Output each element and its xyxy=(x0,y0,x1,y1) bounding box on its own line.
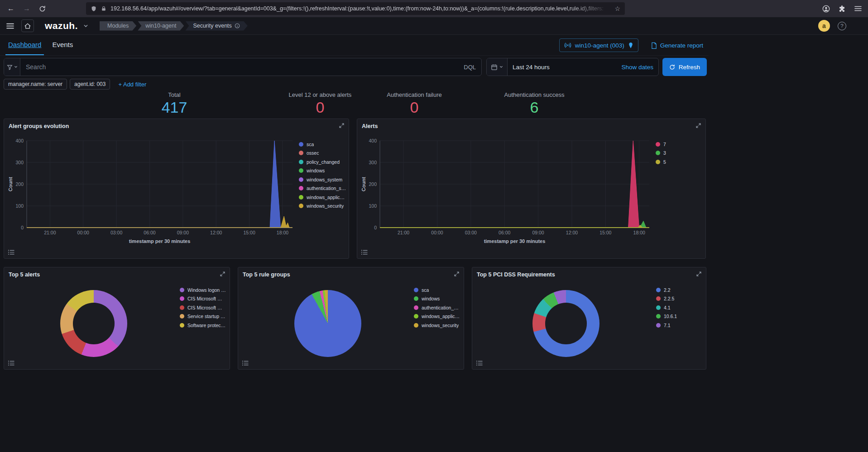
expand-icon[interactable] xyxy=(695,123,701,128)
legend-item[interactable]: authentication_succ… xyxy=(414,305,460,310)
legend-item[interactable]: 7.1 xyxy=(656,323,702,328)
svg-text:0: 0 xyxy=(374,225,377,230)
browser-menu-icon[interactable] xyxy=(854,5,862,12)
legend-item[interactable]: Software protection… xyxy=(180,323,226,328)
search-input[interactable] xyxy=(20,58,458,76)
breadcrumb-win10-agent[interactable]: win10-agent xyxy=(138,21,184,31)
forward-icon[interactable]: → xyxy=(23,5,30,12)
legend-item[interactable]: windows_application xyxy=(414,314,460,319)
pin-icon[interactable] xyxy=(628,42,633,49)
legend-item[interactable]: 3 xyxy=(656,151,704,156)
inspect-table-icon[interactable] xyxy=(7,249,15,256)
expand-icon[interactable] xyxy=(696,271,702,277)
filter-pill[interactable]: agent.id: 003 xyxy=(70,79,110,90)
expand-icon[interactable] xyxy=(454,271,460,277)
legend-item[interactable]: 7 xyxy=(656,142,704,147)
chart-area: 010020030040021:0000:0003:0006:0009:0012… xyxy=(359,134,704,246)
legend-label: windows xyxy=(307,168,325,173)
add-filter-link[interactable]: + Add filter xyxy=(118,81,146,88)
generate-report-button[interactable]: Generate report xyxy=(651,42,703,49)
expand-icon[interactable] xyxy=(220,271,225,277)
legend-item[interactable]: windows xyxy=(414,296,460,301)
legend-label: Windows logon suc… xyxy=(187,287,226,293)
refresh-button[interactable]: Refresh xyxy=(662,58,707,76)
home-button[interactable] xyxy=(21,19,34,32)
stat-value: 0 xyxy=(289,100,352,116)
stat-value: 0 xyxy=(387,100,441,116)
date-picker: Last 24 hours Show dates xyxy=(486,58,659,76)
legend-item[interactable]: sca xyxy=(299,142,347,147)
legend-item[interactable]: windows_security xyxy=(414,323,460,328)
tab-dashboard[interactable]: Dashboard xyxy=(5,35,44,55)
chart-legend: scaossecpolicy_changedwindowswindows_sys… xyxy=(296,134,347,246)
svg-text:09:00: 09:00 xyxy=(532,230,544,235)
time-range-label: Last 24 hours xyxy=(513,64,550,71)
saved-query-button[interactable] xyxy=(4,58,20,76)
filter-pill[interactable]: manager.name: server xyxy=(4,79,67,90)
legend-item[interactable]: CIS Microsoft Wind… xyxy=(180,296,226,301)
svg-text:18:00: 18:00 xyxy=(277,230,288,235)
chart-legend: scawindowsauthentication_succ…windows_ap… xyxy=(414,281,460,366)
legend-item[interactable]: 10.6.1 xyxy=(656,314,702,319)
legend-item[interactable]: windows_application xyxy=(299,195,347,200)
legend-label: authentication_succ… xyxy=(422,305,460,310)
reload-icon[interactable] xyxy=(39,5,46,12)
help-icon[interactable]: ? xyxy=(838,22,846,30)
legend-item[interactable]: windows_security xyxy=(299,204,347,209)
legend-item[interactable]: 2.2 xyxy=(656,287,702,292)
calendar-button[interactable] xyxy=(487,58,508,76)
expand-icon[interactable] xyxy=(339,123,345,128)
donut-chart[interactable] xyxy=(532,290,599,357)
inspect-table-icon[interactable] xyxy=(7,360,15,366)
account-icon[interactable] xyxy=(822,5,830,13)
back-icon[interactable]: ← xyxy=(7,5,14,12)
breadcrumb-security-events[interactable]: Security events xyxy=(185,21,247,31)
legend-item[interactable]: Windows logon suc… xyxy=(180,287,226,292)
legend-item[interactable]: windows_system xyxy=(299,177,347,182)
legend-item[interactable]: CIS Microsoft Wind… xyxy=(180,305,226,310)
breadcrumb-label: win10-agent xyxy=(145,23,176,29)
legend-label: windows_security xyxy=(422,323,459,328)
legend-item[interactable]: 5 xyxy=(656,159,704,164)
inspect-table-icon[interactable] xyxy=(241,360,249,366)
legend-item[interactable]: 2.2.5 xyxy=(656,296,702,301)
legend-item[interactable]: windows xyxy=(299,168,347,173)
inspect-table-icon[interactable] xyxy=(360,249,368,256)
legend-item[interactable]: authentication_succ… xyxy=(299,186,347,191)
area-chart: 010020030040021:0000:0003:0006:0009:0012… xyxy=(359,134,653,246)
show-dates-link[interactable]: Show dates xyxy=(621,64,653,71)
filter-row: manager.name: serveragent.id: 003 + Add … xyxy=(4,79,709,90)
dql-button[interactable]: DQL xyxy=(458,58,481,76)
legend-item[interactable]: ossec xyxy=(299,151,347,156)
url-bar[interactable]: 192.168.56.64/app/wazuh#/overview/?tab=g… xyxy=(86,2,625,15)
donut-hole xyxy=(545,303,587,344)
header-right: a ? xyxy=(818,20,846,32)
legend-item[interactable]: sca xyxy=(414,287,460,292)
pie-chart[interactable] xyxy=(294,290,361,357)
legend-swatch xyxy=(299,186,303,190)
legend-swatch xyxy=(656,296,661,301)
legend-swatch xyxy=(299,177,303,182)
legend-item[interactable]: 4.1 xyxy=(656,305,702,310)
svg-text:03:00: 03:00 xyxy=(465,230,477,235)
bookmark-icon[interactable]: ☆ xyxy=(614,5,620,12)
info-icon[interactable] xyxy=(235,23,240,29)
legend-swatch xyxy=(180,323,184,328)
app-menu-icon[interactable] xyxy=(6,23,14,29)
legend-item[interactable]: policy_changed xyxy=(299,159,347,164)
tab-events[interactable]: Events xyxy=(49,35,76,55)
logo-chevron-down-icon[interactable] xyxy=(83,24,88,29)
svg-text:Count: Count xyxy=(8,177,13,191)
breadcrumb-modules[interactable]: Modules xyxy=(100,21,136,31)
extensions-icon[interactable] xyxy=(839,5,846,12)
agent-pill[interactable]: win10-agent (003) xyxy=(559,38,638,52)
legend-swatch xyxy=(180,314,184,319)
time-range-field[interactable]: Last 24 hours Show dates xyxy=(508,58,658,76)
legend-swatch xyxy=(299,168,303,173)
stat-2: Authentication failure0 xyxy=(387,91,441,116)
inspect-table-icon[interactable] xyxy=(475,360,483,366)
wazuh-logo[interactable]: wazuh. xyxy=(45,20,78,31)
legend-item[interactable]: Service startup typ… xyxy=(180,314,226,319)
donut-chart[interactable] xyxy=(60,290,127,357)
avatar[interactable]: a xyxy=(818,20,830,32)
